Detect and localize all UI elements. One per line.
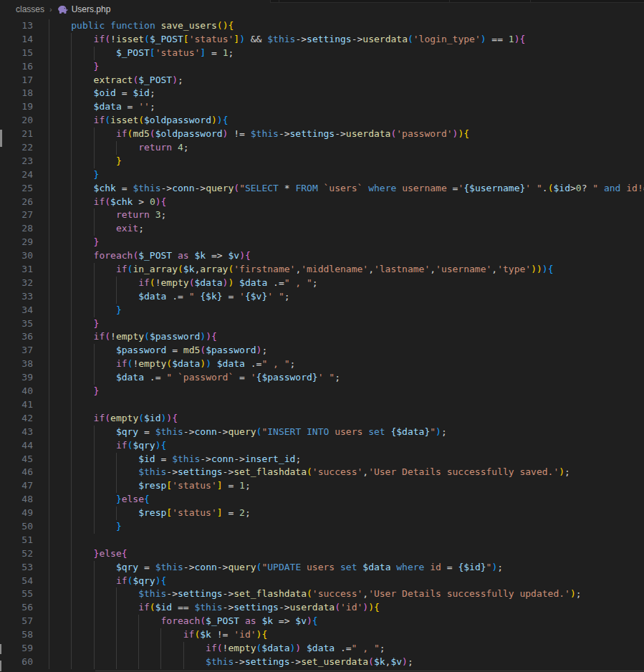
line-number[interactable]: 35: [0, 317, 33, 331]
code-line[interactable]: 20if(isset($oldpassword)){: [0, 114, 644, 128]
line-number[interactable]: 29: [0, 236, 33, 249]
line-number[interactable]: 36: [0, 330, 33, 344]
line-number[interactable]: 53: [0, 561, 33, 575]
code-line[interactable]: 35}: [0, 317, 644, 331]
line-number[interactable]: 42: [0, 412, 33, 426]
code-line[interactable]: 45$id = $this->conn->insert_id;: [0, 453, 644, 466]
code-line[interactable]: 56if($id == $this->settings->userdata('i…: [0, 601, 644, 615]
code-line[interactable]: 31if(in_array($k,array('firstname','midd…: [0, 263, 644, 277]
code-line[interactable]: 60$this->settings->set_userdata($k,$v);: [0, 656, 644, 669]
line-number[interactable]: 58: [0, 628, 33, 642]
code-line[interactable]: 42if(empty($id)){: [0, 412, 644, 426]
code-line[interactable]: 32if(!empty($data)) $data .=" , ";: [0, 277, 644, 290]
line-number[interactable]: 49: [0, 507, 33, 520]
line-number[interactable]: 30: [0, 249, 33, 263]
code-line[interactable]: 46$this->settings->set_flashdata('succes…: [0, 466, 644, 479]
line-number[interactable]: 44: [0, 439, 33, 453]
code-line[interactable]: 30foreach($_POST as $k => $v){: [0, 249, 644, 263]
code-line[interactable]: 28exit;: [0, 222, 644, 236]
code-line[interactable]: 26if($chk > 0){: [0, 196, 644, 209]
line-number[interactable]: 34: [0, 304, 33, 317]
breadcrumb-file[interactable]: Users.php: [57, 4, 111, 14]
code-editor[interactable]: 13public function save_users(){14if(!iss…: [0, 16, 644, 672]
code-line[interactable]: 21if(md5($oldpassword) != $this->setting…: [0, 128, 644, 141]
code-line[interactable]: 33$data .= " {$k} = '{$v}' ";: [0, 290, 644, 304]
code-line[interactable]: 27return 3;: [0, 208, 644, 222]
code-line[interactable]: 23}: [0, 155, 644, 168]
line-number[interactable]: 45: [0, 453, 33, 466]
code-line[interactable]: 58if($k != 'id'){: [0, 628, 644, 642]
code-line[interactable]: 41: [0, 398, 644, 412]
line-number[interactable]: 50: [0, 520, 33, 534]
code-line[interactable]: 19$data = '';: [0, 100, 644, 114]
line-number[interactable]: 52: [0, 547, 33, 561]
code-line[interactable]: 43$qry = $this->conn->query("INSERT INTO…: [0, 426, 644, 439]
code-line[interactable]: 39$data .= " `password` = '{$password}' …: [0, 371, 644, 385]
line-number[interactable]: 43: [0, 426, 33, 439]
line-number[interactable]: 25: [0, 182, 33, 196]
line-number[interactable]: 37: [0, 344, 33, 357]
code-line[interactable]: 52}else{: [0, 547, 644, 561]
line-number[interactable]: 60: [0, 656, 33, 669]
line-number[interactable]: 14: [0, 33, 33, 47]
code-line[interactable]: 17extract($_POST);: [0, 74, 644, 87]
line-number[interactable]: 20: [0, 114, 33, 128]
line-number[interactable]: 22: [0, 141, 33, 155]
line-number[interactable]: 16: [0, 60, 33, 74]
code-line[interactable]: 37$password = md5($password);: [0, 344, 644, 357]
breadcrumb-folder[interactable]: classes: [16, 4, 44, 14]
code-line[interactable]: 36if(!empty($password)){: [0, 330, 644, 344]
line-number[interactable]: 33: [0, 290, 33, 304]
code-line[interactable]: 24}: [0, 168, 644, 182]
line-number[interactable]: 59: [0, 642, 33, 656]
line-number[interactable]: 41: [0, 398, 33, 412]
code-line[interactable]: 18$oid = $id;: [0, 87, 644, 100]
code-line[interactable]: 25$chk = $this->conn->query("SELECT * FR…: [0, 182, 644, 196]
code-line[interactable]: 54if($qry){: [0, 575, 644, 588]
line-number[interactable]: 21: [0, 128, 33, 141]
line-number[interactable]: 55: [0, 587, 33, 601]
code-line[interactable]: 44if($qry){: [0, 439, 644, 453]
line-number[interactable]: 17: [0, 74, 33, 87]
line-number[interactable]: 56: [0, 601, 33, 615]
code-line[interactable]: 48}else{: [0, 493, 644, 507]
line-number[interactable]: 15: [0, 47, 33, 60]
line-number[interactable]: 28: [0, 222, 33, 236]
code-line[interactable]: 13public function save_users(){: [0, 19, 644, 33]
line-number[interactable]: 51: [0, 534, 33, 547]
line-number[interactable]: 32: [0, 277, 33, 290]
code-line[interactable]: 49$resp['status'] = 2;: [0, 507, 644, 520]
line-number[interactable]: 54: [0, 575, 33, 588]
line-number[interactable]: 40: [0, 385, 33, 398]
line-number[interactable]: 27: [0, 208, 33, 222]
code-line[interactable]: 22return 4;: [0, 141, 644, 155]
line-number[interactable]: 48: [0, 493, 33, 507]
line-number[interactable]: 57: [0, 615, 33, 628]
line-number[interactable]: 23: [0, 155, 33, 168]
code-line[interactable]: 59if(!empty($data)) $data .=" , ";: [0, 642, 644, 656]
line-number[interactable]: 18: [0, 87, 33, 100]
code-line[interactable]: 57foreach($_POST as $k => $v){: [0, 615, 644, 628]
code-line[interactable]: 53$qry = $this->conn->query("UPDATE user…: [0, 561, 644, 575]
code-line[interactable]: 38if(!empty($data)) $data .=" , ";: [0, 357, 644, 371]
line-number[interactable]: 19: [0, 100, 33, 114]
line-number[interactable]: 47: [0, 479, 33, 493]
code-line[interactable]: 47$resp['status'] = 1;: [0, 479, 644, 493]
code-token: 0: [576, 183, 582, 193]
line-number[interactable]: 26: [0, 196, 33, 209]
line-number[interactable]: 24: [0, 168, 33, 182]
code-line[interactable]: 51: [0, 534, 644, 547]
code-line[interactable]: 14if(!isset($_POST['status']) && $this->…: [0, 33, 644, 47]
code-line[interactable]: 50}: [0, 520, 644, 534]
code-line[interactable]: 40}: [0, 385, 644, 398]
line-number[interactable]: 13: [0, 19, 33, 33]
code-line[interactable]: 15$_POST['status'] = 1;: [0, 47, 644, 60]
code-line[interactable]: 55$this->settings->set_flashdata('succes…: [0, 587, 644, 601]
code-line[interactable]: 16}: [0, 60, 644, 74]
line-number[interactable]: 39: [0, 371, 33, 385]
line-number[interactable]: 38: [0, 357, 33, 371]
line-number[interactable]: 46: [0, 466, 33, 479]
code-line[interactable]: 29}: [0, 236, 644, 249]
line-number[interactable]: 31: [0, 263, 33, 277]
code-line[interactable]: 34}: [0, 304, 644, 317]
